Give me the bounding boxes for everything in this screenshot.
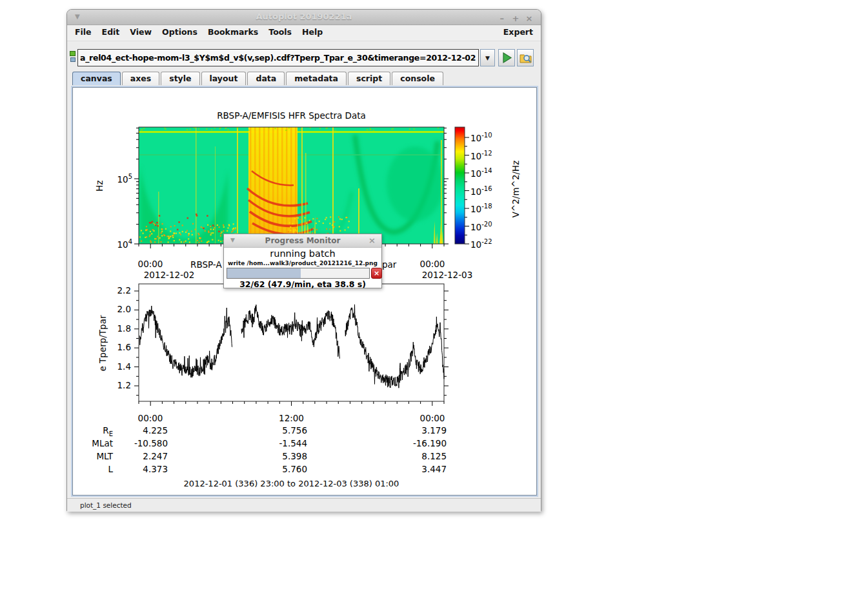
colorbar-tick-10e-16: 10-16 bbox=[470, 185, 492, 197]
plot2-xtick-0: 00:00 bbox=[128, 413, 173, 423]
play-icon bbox=[499, 50, 514, 66]
plot1-xdate-1: 2012-12-03 bbox=[412, 270, 483, 280]
ephem-value-2-1: 5.398 bbox=[249, 451, 307, 461]
ephem-value-3-2: 3.447 bbox=[389, 464, 447, 474]
ephem-value-2-0: 2.247 bbox=[110, 451, 168, 461]
ephem-value-1-0: -10.580 bbox=[110, 438, 168, 448]
progress-monitor-dialog[interactable]: ▼ Progress Monitor × running batch write… bbox=[223, 234, 382, 288]
menu-tools[interactable]: Tools bbox=[263, 25, 297, 37]
colorbar-tick-10e-10: 10-10 bbox=[470, 132, 492, 143]
colorbar-label: V^2/m^2/Hz bbox=[510, 150, 521, 228]
tab-bar: canvasaxesstylelayoutdatametadatascriptc… bbox=[72, 72, 445, 86]
plot2-xtick-1: 12:00 bbox=[269, 413, 314, 423]
dialog-titlebar[interactable]: ▼ Progress Monitor × bbox=[224, 234, 381, 248]
tab-script[interactable]: script bbox=[348, 72, 390, 85]
ephem-label-MLat: MLat bbox=[74, 438, 113, 448]
tab-style[interactable]: style bbox=[161, 72, 199, 85]
uri-dropdown-button[interactable]: ▼ bbox=[480, 49, 495, 66]
dialog-close-icon[interactable]: × bbox=[368, 235, 376, 245]
ephem-value-2-2: 8.125 bbox=[389, 451, 447, 461]
page: ▼ Autoplot 20190221a – + × FileEditViewO… bbox=[0, 0, 868, 591]
progress-bar-fill bbox=[227, 268, 301, 278]
ephem-value-0-0: 4.225 bbox=[110, 425, 168, 436]
colorbar-tick-10e-22: 10-22 bbox=[470, 238, 492, 250]
green-square-icon bbox=[70, 51, 76, 56]
uri-input[interactable]: a_rel04_ect-hope-mom-l3_$Y$m$d_v$(v,sep)… bbox=[77, 49, 479, 66]
tab-canvas[interactable]: canvas bbox=[72, 72, 121, 85]
menu-file[interactable]: File bbox=[70, 25, 97, 37]
menu-help[interactable]: Help bbox=[297, 25, 328, 37]
progress-bar bbox=[227, 268, 370, 279]
plot2-ytick-1.8: 1.8 bbox=[101, 323, 131, 334]
progress-status: 32/62 (47.9/min, eta 38.8 s) bbox=[224, 279, 381, 289]
colorbar-tick-10e-14: 10-14 bbox=[470, 167, 492, 179]
maximize-button[interactable]: + bbox=[510, 14, 521, 23]
colorbar-tick-10e-12: 10-12 bbox=[470, 150, 492, 161]
inspect-uri-button[interactable] bbox=[517, 49, 534, 66]
datasource-type-icon bbox=[70, 51, 77, 62]
folder-search-icon bbox=[518, 50, 533, 66]
plot1-title: RBSP-A/EMFISIS HFR Spectra Data bbox=[139, 110, 444, 121]
menu-bar: FileEditViewOptionsBookmarksToolsHelpExp… bbox=[67, 25, 541, 41]
cancel-task-button[interactable]: × bbox=[371, 268, 382, 279]
blue-square-icon bbox=[70, 57, 76, 62]
tab-axes[interactable]: axes bbox=[122, 72, 159, 85]
plot1-ytick-10e5: 105 bbox=[108, 173, 132, 185]
window-controls: – + × bbox=[497, 12, 534, 24]
plot-canvas[interactable]: RBSP-A/EMFISIS HFR Spectra Data Hz V^2/m… bbox=[71, 86, 538, 497]
tab-data[interactable]: data bbox=[247, 72, 285, 85]
colorbar-tick-10e-20: 10-20 bbox=[470, 221, 492, 232]
status-bar: plot_1 selected bbox=[67, 498, 541, 512]
address-row: a_rel04_ect-hope-mom-l3_$Y$m$d_v$(v,sep)… bbox=[67, 41, 541, 71]
plot2-ytick-2.2: 2.2 bbox=[101, 285, 131, 296]
task-label: running batch bbox=[224, 248, 381, 259]
plot2-ytick-1.4: 1.4 bbox=[101, 361, 131, 372]
plot1-ytick-10e4: 104 bbox=[108, 238, 132, 250]
ephem-value-0-2: 3.179 bbox=[389, 425, 447, 436]
ephem-value-1-2: -16.190 bbox=[389, 438, 447, 448]
timerange-footer: 2012-12-01 (336) 23:00 to 2012-12-03 (33… bbox=[139, 479, 444, 488]
ephem-value-1-1: -1.544 bbox=[249, 438, 307, 448]
tab-layout[interactable]: layout bbox=[201, 72, 247, 85]
ephem-value-3-0: 4.373 bbox=[110, 464, 168, 474]
ephem-label-R: RE bbox=[74, 425, 113, 437]
ephem-label-L: L bbox=[74, 464, 113, 474]
plot2-ytick-2: 2.0 bbox=[101, 304, 131, 314]
ephem-value-0-1: 5.756 bbox=[249, 425, 307, 436]
menu-edit[interactable]: Edit bbox=[97, 25, 125, 37]
tab-metadata[interactable]: metadata bbox=[286, 72, 347, 85]
window-titlebar[interactable]: ▼ Autoplot 20190221a – + × bbox=[67, 10, 541, 25]
menu-options[interactable]: Options bbox=[157, 25, 203, 37]
plot1-xtick-0: 00:00 bbox=[128, 259, 173, 269]
close-button[interactable]: × bbox=[524, 14, 534, 23]
go-button[interactable] bbox=[498, 49, 515, 66]
status-message: plot_1 selected bbox=[80, 501, 132, 509]
menu-view[interactable]: View bbox=[125, 25, 157, 37]
plot1-xtick-2: 00:00 bbox=[410, 259, 455, 269]
expert-mode-label[interactable]: Expert bbox=[503, 27, 533, 37]
minimize-button[interactable]: – bbox=[497, 14, 507, 23]
dialog-title: Progress Monitor bbox=[224, 236, 381, 245]
tab-console[interactable]: console bbox=[392, 72, 443, 85]
task-detail: write /hom...walk3/product_20121216_12.p… bbox=[224, 260, 381, 266]
plot2-xtick-2: 00:00 bbox=[410, 413, 455, 423]
plot1-ylabel: Hz bbox=[94, 147, 105, 225]
window-title: Autoplot 20190221a bbox=[67, 12, 541, 21]
ephem-label-MLT: MLT bbox=[74, 451, 113, 461]
plot2-title-left-fragment: RBSP-A bbox=[190, 259, 222, 270]
plot2-ytick-1.6: 1.6 bbox=[101, 342, 131, 352]
ephem-value-3-1: 5.760 bbox=[249, 464, 307, 474]
colorbar-tick-10e-18: 10-18 bbox=[470, 203, 492, 214]
plot1-xdate-0: 2012-12-02 bbox=[134, 270, 205, 280]
plot2-title-right-fragment: par bbox=[382, 259, 396, 270]
plot2-ytick-1.2: 1.2 bbox=[101, 380, 131, 390]
menu-bookmarks[interactable]: Bookmarks bbox=[203, 25, 263, 37]
